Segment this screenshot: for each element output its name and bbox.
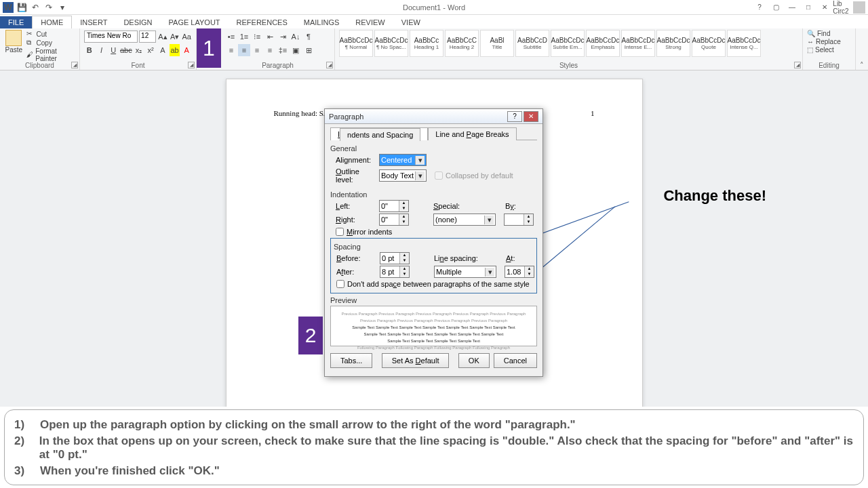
- after-spinner[interactable]: ▲▼: [380, 266, 410, 278]
- sort-icon[interactable]: A↓: [290, 30, 302, 43]
- copy-button[interactable]: ⧉Copy: [26, 39, 75, 47]
- special-combo[interactable]: (none)▾: [433, 214, 496, 226]
- tab-indents-spacing[interactable]: Indents and Spacing: [330, 127, 428, 140]
- tab-references[interactable]: REFERENCES: [229, 16, 296, 28]
- superscript-button[interactable]: x²: [145, 44, 156, 56]
- avatar[interactable]: [853, 1, 865, 14]
- style-item[interactable]: AaBbCcCHeading 2: [445, 30, 479, 57]
- shading-icon[interactable]: ▣: [290, 44, 302, 56]
- decrease-indent-icon[interactable]: ⇤: [264, 30, 276, 43]
- select-button[interactable]: ⬚Select: [807, 46, 851, 54]
- tab-insert[interactable]: INSERT: [72, 16, 115, 28]
- borders-icon[interactable]: ⊞: [302, 44, 315, 56]
- font-color-icon[interactable]: A: [181, 44, 192, 56]
- style-item[interactable]: AaBbCcDcStrong: [656, 30, 690, 57]
- cut-button[interactable]: ✂Cut: [26, 30, 75, 38]
- increase-indent-icon[interactable]: ⇥: [277, 30, 289, 43]
- align-center-icon[interactable]: ≡: [238, 44, 250, 56]
- dialog-help-icon[interactable]: ?: [507, 111, 522, 122]
- save-icon[interactable]: 💾: [16, 2, 27, 13]
- style-item[interactable]: AaBlTitle: [480, 30, 514, 57]
- change-case-icon[interactable]: Aa: [181, 30, 192, 43]
- user-name[interactable]: Lib Circ2: [834, 3, 848, 12]
- left-spinner[interactable]: ▲▼: [379, 200, 409, 212]
- styles-launcher[interactable]: ◢: [794, 62, 801, 68]
- font-launcher[interactable]: ◢: [188, 62, 195, 68]
- font-size-combo[interactable]: 12: [139, 30, 156, 43]
- show-marks-icon[interactable]: ¶: [302, 30, 315, 43]
- text-effects-icon[interactable]: A: [157, 44, 168, 56]
- left-input[interactable]: [380, 201, 399, 211]
- dialog-titlebar[interactable]: Paragraph ? ✕: [325, 109, 542, 124]
- paragraph-launcher[interactable]: ◢: [326, 62, 333, 68]
- subscript-button[interactable]: x₂: [134, 44, 144, 56]
- grow-font-icon[interactable]: A▴: [157, 30, 168, 43]
- align-right-icon[interactable]: ≡: [251, 44, 263, 56]
- set-default-button[interactable]: Set As Default: [382, 353, 450, 368]
- by-spinner[interactable]: ▲▼: [504, 214, 534, 226]
- numbering-icon[interactable]: 1≡: [238, 30, 250, 43]
- style-item[interactable]: AaBbCcDcEmphasis: [586, 30, 620, 57]
- shrink-font-icon[interactable]: A▾: [170, 30, 180, 43]
- dont-add-checkbox[interactable]: [336, 280, 344, 288]
- tab-view[interactable]: VIEW: [393, 16, 429, 28]
- ok-button[interactable]: OK: [458, 353, 490, 368]
- tab-home[interactable]: HOME: [32, 16, 72, 28]
- clipboard-launcher[interactable]: ◢: [71, 62, 78, 68]
- style-item[interactable]: AaBbCcDSubtitle: [515, 30, 549, 57]
- style-item[interactable]: AaBbCcDcIntense E...: [621, 30, 655, 57]
- tab-review[interactable]: REVIEW: [347, 16, 393, 28]
- minimize-icon[interactable]: —: [785, 3, 799, 12]
- alignment-combo[interactable]: Centered▾: [379, 154, 427, 166]
- qat-more-icon[interactable]: ▾: [57, 2, 68, 13]
- ribbon-options-icon[interactable]: ▢: [769, 3, 783, 12]
- after-input[interactable]: [380, 266, 399, 277]
- justify-icon[interactable]: ≡: [264, 44, 276, 56]
- dialog-close-icon[interactable]: ✕: [524, 111, 538, 122]
- collapse-ribbon-icon[interactable]: ˄: [856, 28, 868, 70]
- style-item[interactable]: AaBbCcDcSubtle Em...: [551, 30, 585, 57]
- tab-line-breaks[interactable]: Line and Page Breaks: [428, 127, 516, 140]
- at-input[interactable]: [505, 266, 524, 277]
- redo-icon[interactable]: ↷: [43, 2, 54, 13]
- mirror-checkbox[interactable]: [336, 228, 344, 236]
- undo-icon[interactable]: ↶: [30, 2, 41, 13]
- replace-button[interactable]: ↔Replace: [807, 38, 851, 45]
- italic-button[interactable]: I: [96, 44, 107, 56]
- align-left-icon[interactable]: ≡: [225, 44, 237, 56]
- by-input[interactable]: [505, 214, 524, 225]
- help-icon[interactable]: ?: [753, 3, 766, 12]
- line-spacing-combo[interactable]: Multiple▾: [434, 266, 496, 278]
- right-input[interactable]: [380, 214, 399, 225]
- line-spacing-icon[interactable]: ‡≡: [277, 44, 289, 56]
- tabs-button[interactable]: Tabs...: [330, 353, 372, 368]
- at-spinner[interactable]: ▲▼: [505, 266, 534, 278]
- highlight-icon[interactable]: ab: [170, 44, 180, 56]
- format-painter-button[interactable]: 🖌Format Painter: [26, 47, 75, 62]
- close-icon[interactable]: ✕: [818, 3, 831, 12]
- style-item[interactable]: AaBbCcHeading 1: [410, 30, 443, 57]
- paste-button[interactable]: Paste: [4, 30, 24, 58]
- multilevel-icon[interactable]: ⁝≡: [251, 30, 263, 43]
- tab-file[interactable]: FILE: [0, 16, 32, 28]
- before-input[interactable]: [380, 253, 399, 264]
- cancel-button[interactable]: Cancel: [494, 353, 537, 368]
- styles-gallery[interactable]: AaBbCcDc¶ NormalAaBbCcDc¶ No Spac...AaBb…: [339, 30, 798, 58]
- style-item[interactable]: AaBbCcDcIntense Q...: [727, 30, 761, 57]
- bold-button[interactable]: B: [84, 44, 95, 56]
- before-spinner[interactable]: ▲▼: [380, 252, 410, 264]
- style-item[interactable]: AaBbCcDcQuote: [692, 30, 726, 57]
- tab-mailings[interactable]: MAILINGS: [296, 16, 348, 28]
- bullets-icon[interactable]: •≡: [225, 30, 237, 43]
- strike-button[interactable]: abc: [120, 44, 132, 56]
- tab-design[interactable]: DESIGN: [115, 16, 160, 28]
- tab-page-layout[interactable]: PAGE LAYOUT: [161, 16, 229, 28]
- maximize-icon[interactable]: □: [802, 3, 815, 12]
- style-item[interactable]: AaBbCcDc¶ No Spac...: [374, 30, 408, 57]
- font-name-combo[interactable]: Times New Ro: [84, 30, 138, 43]
- underline-button[interactable]: U: [108, 44, 119, 56]
- right-spinner[interactable]: ▲▼: [379, 214, 409, 226]
- outline-combo[interactable]: Body Text▾: [379, 169, 427, 182]
- style-item[interactable]: AaBbCcDc¶ Normal: [339, 30, 373, 57]
- find-button[interactable]: 🔍Find: [807, 30, 851, 37]
